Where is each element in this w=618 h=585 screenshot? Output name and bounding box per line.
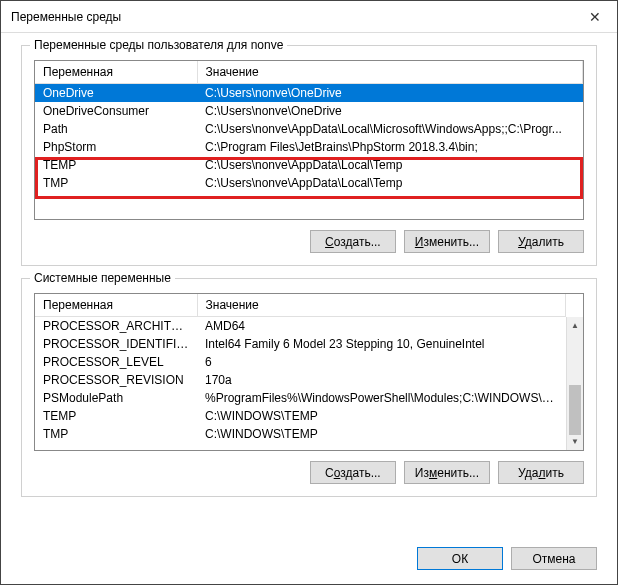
user-vars-buttons: Создать... Изменить... Удалить xyxy=(34,230,584,253)
user-delete-button[interactable]: Удалить xyxy=(498,230,584,253)
cell-var: PROCESSOR_ARCHITECTURE xyxy=(35,317,197,336)
sys-create-button[interactable]: Создать... xyxy=(310,461,396,484)
user-edit-button[interactable]: Изменить... xyxy=(404,230,490,253)
cell-val: C:\Users\nonve\AppData\Local\Temp xyxy=(197,156,583,174)
table-row[interactable]: OneDriveConsumer C:\Users\nonve\OneDrive xyxy=(35,102,583,120)
cell-val: C:\Users\nonve\OneDrive xyxy=(197,102,583,120)
cell-var: PSModulePath xyxy=(35,389,197,407)
system-vars-group: Системные переменные Переменная Значение… xyxy=(21,278,597,497)
system-vars-label: Системные переменные xyxy=(30,271,175,285)
system-vars-table-wrap: Переменная Значение PROCESSOR_ARCHITECTU… xyxy=(34,293,584,451)
cell-val: C:\Users\nonve\AppData\Local\Microsoft\W… xyxy=(197,120,583,138)
cancel-button[interactable]: Отмена xyxy=(511,547,597,570)
table-row[interactable]: OneDrive C:\Users\nonve\OneDrive xyxy=(35,84,583,103)
cell-var: TMP xyxy=(35,174,197,192)
cell-val: Intel64 Family 6 Model 23 Stepping 10, G… xyxy=(197,335,566,353)
ok-button[interactable]: ОК xyxy=(417,547,503,570)
table-row[interactable]: PSModulePath %ProgramFiles%\WindowsPower… xyxy=(35,389,566,407)
sys-col-variable[interactable]: Переменная xyxy=(35,294,197,317)
mnemonic: С xyxy=(325,235,334,249)
cell-val: C:\Users\nonve\OneDrive xyxy=(197,84,583,103)
cell-var: Path xyxy=(35,120,197,138)
cell-val: C:\Users\nonve\AppData\Local\Temp xyxy=(197,174,583,192)
cell-val: AMD64 xyxy=(197,317,566,336)
table-row[interactable]: TMP C:\WINDOWS\TEMP xyxy=(35,425,566,443)
cell-var: OneDriveConsumer xyxy=(35,102,197,120)
user-vars-table[interactable]: Переменная Значение OneDrive C:\Users\no… xyxy=(35,61,583,192)
scrollbar[interactable]: ▲ ▼ xyxy=(566,317,583,450)
cell-val: C:\WINDOWS\TEMP xyxy=(197,425,566,443)
table-row[interactable]: PROCESSOR_ARCHITECTURE AMD64 xyxy=(35,317,566,336)
window-title: Переменные среды xyxy=(11,10,121,24)
mnemonic: У xyxy=(518,235,525,249)
scroll-thumb[interactable] xyxy=(569,385,581,435)
table-row[interactable]: Path C:\Users\nonve\AppData\Local\Micros… xyxy=(35,120,583,138)
user-vars-table-wrap: Переменная Значение OneDrive C:\Users\no… xyxy=(34,60,584,220)
cell-var: TEMP xyxy=(35,407,197,425)
sys-edit-button[interactable]: Изменить... xyxy=(404,461,490,484)
cell-val: 6 xyxy=(197,353,566,371)
titlebar: Переменные среды ✕ xyxy=(1,1,617,33)
table-row[interactable]: PROCESSOR_REVISION 170a xyxy=(35,371,566,389)
mnemonic: м xyxy=(429,466,437,480)
table-row[interactable]: TEMP C:\Users\nonve\AppData\Local\Temp xyxy=(35,156,583,174)
cell-val: C:\WINDOWS\TEMP xyxy=(197,407,566,425)
user-col-variable[interactable]: Переменная xyxy=(35,61,197,84)
table-row[interactable]: PhpStorm C:\Program Files\JetBrains\PhpS… xyxy=(35,138,583,156)
cell-var: TMP xyxy=(35,425,197,443)
close-icon: ✕ xyxy=(589,9,601,25)
table-row[interactable]: TEMP C:\WINDOWS\TEMP xyxy=(35,407,566,425)
user-vars-group: Переменные среды пользователя для nonve … xyxy=(21,45,597,266)
cell-var: OneDrive xyxy=(35,84,197,103)
cell-var: PhpStorm xyxy=(35,138,197,156)
scroll-down-icon[interactable]: ▼ xyxy=(567,433,583,450)
close-button[interactable]: ✕ xyxy=(572,1,617,33)
sys-col-value[interactable]: Значение xyxy=(197,294,566,317)
cell-val: C:\Program Files\JetBrains\PhpStorm 2018… xyxy=(197,138,583,156)
sys-delete-button[interactable]: Удалить xyxy=(498,461,584,484)
user-create-button[interactable]: Создать... xyxy=(310,230,396,253)
table-row[interactable]: PROCESSOR_LEVEL 6 xyxy=(35,353,566,371)
scroll-up-icon[interactable]: ▲ xyxy=(567,317,583,334)
table-row[interactable]: TMP C:\Users\nonve\AppData\Local\Temp xyxy=(35,174,583,192)
user-col-value[interactable]: Значение xyxy=(197,61,583,84)
dialog-footer: ОК Отмена xyxy=(1,535,617,584)
dialog-content: Переменные среды пользователя для nonve … xyxy=(1,33,617,535)
system-vars-buttons: Создать... Изменить... Удалить xyxy=(34,461,584,484)
cell-val: %ProgramFiles%\WindowsPowerShell\Modules… xyxy=(197,389,566,407)
table-row[interactable]: PROCESSOR_IDENTIFIER Intel64 Family 6 Mo… xyxy=(35,335,566,353)
system-vars-table[interactable]: Переменная Значение PROCESSOR_ARCHITECTU… xyxy=(35,294,566,443)
cell-var: PROCESSOR_LEVEL xyxy=(35,353,197,371)
cell-var: PROCESSOR_REVISION xyxy=(35,371,197,389)
cell-var: TEMP xyxy=(35,156,197,174)
cell-var: PROCESSOR_IDENTIFIER xyxy=(35,335,197,353)
cell-val: 170a xyxy=(197,371,566,389)
user-vars-label: Переменные среды пользователя для nonve xyxy=(30,38,287,52)
env-vars-dialog: Переменные среды ✕ Переменные среды поль… xyxy=(0,0,618,585)
